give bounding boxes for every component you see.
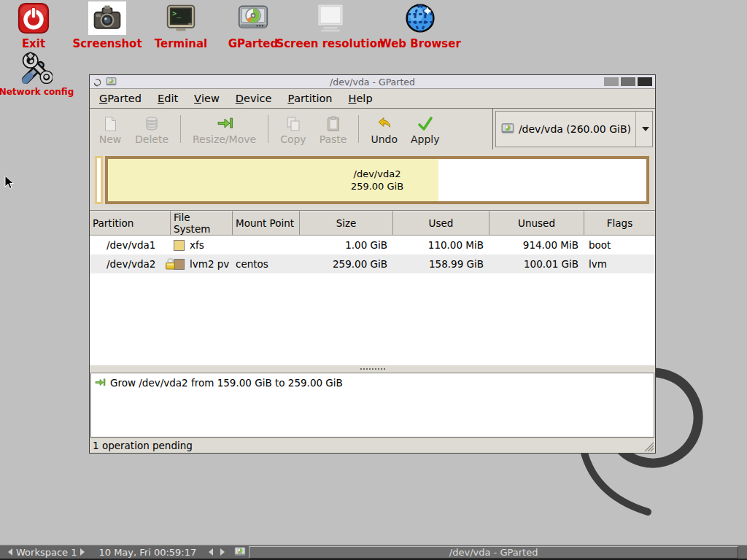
operations-panel: Grow /dev/vda2 from 159.00 GiB to 259.00…	[90, 373, 654, 438]
menu-partition[interactable]: Partition	[279, 89, 340, 108]
menu-help[interactable]: Help	[341, 89, 381, 108]
desktop-icon-terminal[interactable]: >_ Terminal	[150, 1, 212, 50]
gparted-window: /dev/vda - GParted GParted Edit View Dev…	[89, 74, 656, 454]
header-mount-point[interactable]: Mount Point	[233, 211, 300, 235]
tools-icon	[20, 51, 53, 85]
window-titlebar[interactable]: /dev/vda - GParted	[90, 75, 655, 89]
cell-size: 1.00 GiB	[300, 236, 393, 254]
taskbar-window-button[interactable]: /dev/vda - GParted	[249, 546, 738, 559]
workspace-next-button[interactable]	[80, 548, 85, 556]
toolbar-separator	[268, 115, 268, 143]
desktop-icon-network-config[interactable]: Network config	[3, 51, 70, 97]
cell-partition: /dev/vda2	[107, 258, 155, 270]
cell-flags: lvm	[584, 254, 655, 273]
window-cycle-next-button[interactable]	[220, 548, 225, 556]
copy-button[interactable]: Copy	[274, 113, 312, 146]
window-menu-swirl-icon[interactable]	[93, 77, 102, 87]
desktop-icon-label: Screen resolution	[276, 37, 384, 50]
taskbar-app-icon	[234, 546, 246, 558]
undo-button[interactable]: Undo	[365, 113, 403, 146]
desktop-icon-web-browser[interactable]: Web Browser	[379, 1, 461, 50]
table-header-row: Partition File System Mount Point Size U…	[90, 211, 655, 236]
chevron-down-icon	[642, 127, 649, 131]
menu-edit[interactable]: Edit	[150, 89, 186, 108]
cell-unused: 100.01 GiB	[489, 254, 584, 273]
desktop-icon-label: Terminal	[155, 37, 208, 50]
toolbar-separator	[180, 115, 181, 143]
splitter-handle-icon	[360, 368, 385, 370]
desktop-icon-label: GParted	[228, 37, 279, 50]
device-selector[interactable]: /dev/vda (260.00 GiB)	[495, 111, 653, 147]
copy-icon	[285, 115, 302, 133]
desktop-icon-label: Screenshot	[72, 37, 142, 50]
delete-partition-icon	[143, 115, 160, 133]
table-row-vda1[interactable]: /dev/vda1 xfs 1.00 GiB 110.00 MiB 914.00…	[90, 236, 655, 254]
cell-mount-point: centos	[233, 254, 300, 273]
desktop-icon-label: Exit	[22, 37, 45, 50]
cell-size: 259.00 GiB	[300, 254, 393, 273]
header-file-system[interactable]: File System	[171, 211, 233, 235]
toolbar-separator	[358, 115, 359, 143]
window-shade-button[interactable]	[604, 77, 619, 86]
workspace-label: Workspace 1	[16, 547, 77, 558]
cell-used: 158.99 GiB	[393, 254, 489, 273]
svg-text:>_: >_	[172, 9, 182, 18]
device-selector-arrow-section	[635, 112, 649, 147]
operation-item: Grow /dev/vda2 from 159.00 GiB to 259.00…	[94, 377, 651, 389]
cell-unused: 914.00 MiB	[489, 236, 584, 254]
window-title: /dev/vda - GParted	[90, 77, 655, 88]
window-iconify-button[interactable]	[621, 77, 635, 86]
status-text: 1 operation pending	[93, 440, 193, 451]
delete-button[interactable]: Delete	[129, 113, 174, 146]
header-unused[interactable]: Unused	[489, 211, 584, 235]
window-close-button[interactable]	[638, 77, 652, 86]
new-partition-icon	[101, 115, 119, 133]
mouse-cursor	[4, 175, 15, 190]
visual-partition-name: /dev/vda2	[354, 168, 401, 180]
visual-partition-vda1[interactable]	[95, 156, 103, 204]
desktop-icon-screen-resolution[interactable]: Screen resolution	[283, 1, 378, 50]
desktop-icon-label: Web Browser	[379, 37, 461, 50]
header-size[interactable]: Size	[300, 211, 393, 235]
workspace-prev-button[interactable]	[8, 548, 12, 556]
menubar: GParted Edit View Device Partition Help	[90, 89, 655, 109]
menu-gparted[interactable]: GParted	[91, 89, 150, 108]
desktop-icon-screenshot[interactable]: Screenshot	[67, 1, 147, 50]
cell-partition: /dev/vda1	[107, 239, 155, 251]
desktop-icon-label: Network config	[0, 87, 74, 97]
pane-splitter[interactable]	[90, 365, 655, 373]
taskbar-window-title: /dev/vda - GParted	[449, 547, 538, 558]
desktop-icon-exit[interactable]: Exit	[12, 1, 55, 50]
exit-power-icon	[17, 1, 50, 35]
taskbar-clock: 10 May, Fri 00:59:17	[98, 547, 196, 558]
grow-operation-icon	[94, 377, 106, 389]
toolbar: New Delete Resize/Move Copy	[90, 109, 655, 149]
disk-visual-panel: /dev/vda2 259.00 GiB	[90, 149, 655, 210]
header-partition[interactable]: Partition	[90, 211, 171, 235]
header-used[interactable]: Used	[393, 211, 489, 235]
operation-text: Grow /dev/vda2 from 159.00 GiB to 259.00…	[110, 377, 343, 389]
window-cycle-prev-button[interactable]	[209, 548, 213, 556]
resize-move-button[interactable]: Resize/Move	[187, 113, 262, 146]
visual-partition-vda2[interactable]: /dev/vda2 259.00 GiB	[105, 156, 649, 204]
status-bar: 1 operation pending	[90, 438, 655, 453]
desktop-icon-gparted[interactable]: GParted	[225, 1, 282, 50]
cell-mount-point	[233, 236, 300, 254]
new-button[interactable]: New	[93, 113, 128, 146]
device-selector-value: /dev/vda (260.00 GiB)	[519, 123, 631, 135]
header-flags[interactable]: Flags	[584, 211, 655, 235]
undo-icon	[376, 115, 393, 133]
cell-filesystem: xfs	[190, 239, 204, 251]
monitor-icon	[314, 1, 347, 35]
table-row-vda2[interactable]: /dev/vda2 lvm2 pv centos 259.00 GiB 158.…	[90, 254, 655, 273]
device-drive-icon	[501, 123, 514, 135]
paste-button[interactable]: Paste	[314, 113, 353, 146]
resize-grip[interactable]	[643, 441, 654, 452]
resize-move-icon	[216, 115, 233, 133]
window-app-icon	[106, 77, 117, 87]
camera-icon	[88, 1, 126, 35]
visual-partition-label: /dev/vda2 259.00 GiB	[108, 159, 646, 201]
apply-button[interactable]: Apply	[405, 113, 446, 146]
menu-view[interactable]: View	[186, 89, 228, 108]
menu-device[interactable]: Device	[228, 89, 280, 108]
